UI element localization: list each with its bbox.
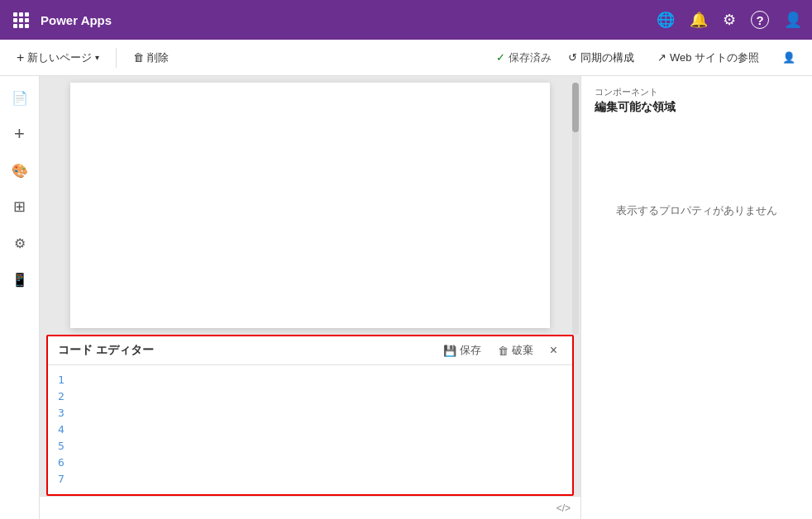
right-panel-empty-message: 表示するプロパティがありません [595,128,799,293]
code-save-button[interactable]: 💾 保存 [438,341,486,359]
sync-label: 同期の構成 [580,50,634,65]
canvas-bottom-bar: </> [40,496,580,519]
line-6: 6 [58,455,562,471]
delete-button[interactable]: 🗑 削除 [127,47,175,69]
sidebar-gear-icon[interactable]: ⚙ [5,228,35,258]
user-icon[interactable]: 👤 [784,11,802,29]
code-editor-close-button[interactable]: × [545,341,562,359]
right-panel-title: 編集可能な領域 [595,100,799,115]
right-panel-subtitle: コンポーネント [595,86,799,98]
code-tag[interactable]: </> [556,502,571,514]
canvas-content [40,76,580,335]
sync-button[interactable]: ↺ 同期の構成 [561,47,641,69]
web-ref-button[interactable]: ↗ Web サイトの参照 [651,47,766,69]
help-icon[interactable]: ? [751,11,769,29]
top-bar-icons: 🌐 🔔 ⚙ ? 👤 [657,11,802,29]
saved-status: ✓ 保存済み [496,50,552,65]
web-ref-label: Web サイトの参照 [670,50,759,65]
web-ref-icon: ↗ [657,51,666,64]
save-icon: 💾 [443,345,456,357]
line-2: 2 [58,388,562,405]
sync-icon: ↺ [568,51,577,64]
sidebar-add-icon[interactable]: + [5,119,35,149]
line-5: 5 [58,438,562,455]
main-layout: 📄 + 🎨 ⊞ ⚙ 📱 コード エディター 💾 保存 🗑 破棄 [0,76,812,519]
delete-label: 削除 [147,50,169,65]
toolbar-right: ✓ 保存済み ↺ 同期の構成 ↗ Web サイトの参照 👤 [496,47,802,69]
left-sidebar: 📄 + 🎨 ⊞ ⚙ 📱 [0,76,40,519]
discard-icon: 🗑 [498,345,509,357]
code-editor-panel: コード エディター 💾 保存 🗑 破棄 × 1 2 3 4 5 [46,335,574,496]
code-discard-label: 破棄 [512,343,533,358]
checkmark-icon: ✓ [496,51,505,64]
code-discard-button[interactable]: 🗑 破棄 [493,341,538,359]
canvas-scrollbar[interactable] [572,83,579,335]
right-panel: コンポーネント 編集可能な領域 表示するプロパティがありません [580,76,812,519]
line-4: 4 [58,421,562,438]
saved-label: 保存済み [509,50,552,65]
trash-icon: 🗑 [133,51,144,64]
canvas-area: コード エディター 💾 保存 🗑 破棄 × 1 2 3 4 5 [40,76,580,519]
line-numbers: 1 2 3 4 5 6 7 [58,372,562,488]
code-editor-body[interactable]: 1 2 3 4 5 6 7 [48,365,572,494]
code-editor-header: コード エディター 💾 保存 🗑 破棄 × [48,336,572,365]
new-page-button[interactable]: + 新しいページ ▾ [10,47,106,69]
scrollbar-thumb [572,83,579,132]
new-page-label: 新しいページ [27,50,92,65]
canvas-page[interactable] [70,83,550,328]
top-bar: Power Apps 🌐 🔔 ⚙ ? 👤 [0,0,812,40]
bell-icon[interactable]: 🔔 [690,11,708,29]
chevron-down-icon: ▾ [95,53,99,62]
globe-icon[interactable]: 🌐 [657,11,675,29]
toolbar-separator-1 [116,48,117,68]
sidebar-phone-icon[interactable]: 📱 [5,264,35,294]
code-save-label: 保存 [460,343,481,358]
line-1: 1 [58,372,562,388]
share-icon: 👤 [782,51,795,64]
sidebar-page-icon[interactable]: 📄 [5,83,35,112]
line-3: 3 [58,405,562,421]
apps-grid-button[interactable] [10,9,32,31]
share-button[interactable]: 👤 [776,48,802,67]
grid-icon [13,12,29,28]
sidebar-table-icon[interactable]: ⊞ [5,192,35,221]
code-editor-title: コード エディター [58,343,432,358]
add-icon: + [17,50,24,65]
line-7: 7 [58,471,562,488]
toolbar: + 新しいページ ▾ 🗑 削除 ✓ 保存済み ↺ 同期の構成 ↗ Web サイト… [0,40,812,76]
sidebar-paint-icon[interactable]: 🎨 [5,155,35,185]
app-title: Power Apps [41,13,648,27]
settings-icon[interactable]: ⚙ [723,11,736,29]
